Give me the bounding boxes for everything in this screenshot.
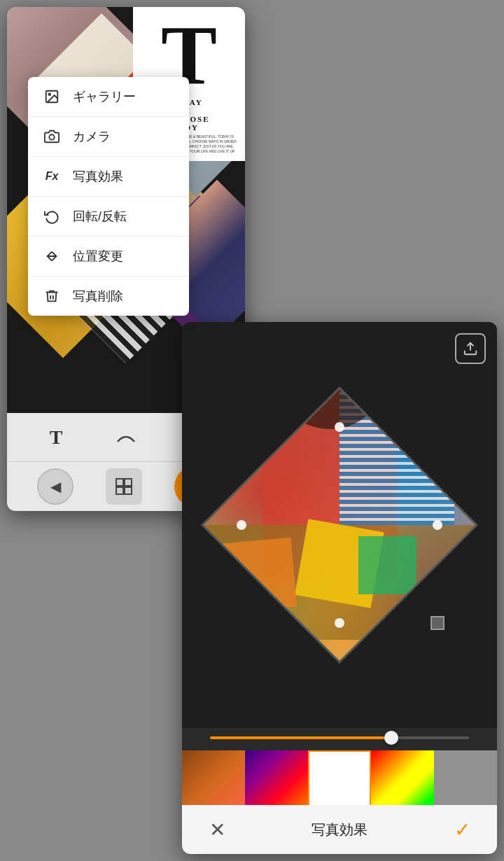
resize-handle[interactable] [430,616,444,630]
menu-label-move: 位置変更 [73,248,123,265]
filter-slider[interactable] [210,736,469,739]
menu-label-gallery: ギャラリー [73,88,136,105]
filter-thumb-bailey [182,750,245,813]
gallery-icon [42,87,62,106]
menu-label-camera: カメラ [73,128,111,145]
menu-item-move[interactable]: 位置変更 [28,237,189,276]
context-menu: ギャラリー カメラ Fx 写真効果 回転/反転 [28,77,189,316]
cancel-button[interactable]: ✕ [203,816,231,844]
bottom-canvas [182,322,497,728]
export-button[interactable] [455,333,486,364]
action-title: 写真効果 [312,820,368,839]
rotate-icon [42,206,62,226]
svg-point-2 [49,134,54,139]
action-bar: ✕ 写真効果 ✓ [182,805,497,854]
menu-item-fx[interactable]: Fx 写真効果 [28,157,189,197]
back-icon: ◀ [50,478,61,495]
text-tool-icon[interactable]: T [42,424,70,451]
menu-item-camera[interactable]: カメラ [28,117,189,157]
menu-item-gallery[interactable]: ギャラリー [28,77,189,117]
bottom-panel: Bailey X-Pro Bleach Cartoon Sketch [182,322,497,854]
move-icon [42,246,62,266]
menu-item-delete[interactable]: 写真削除 [28,276,189,316]
svg-rect-7 [125,487,132,494]
filter-slider-container [182,728,497,739]
svg-point-1 [48,93,50,95]
filter-thumb-cartoon [371,750,434,813]
confirm-button[interactable]: ✓ [448,816,476,844]
slider-thumb[interactable] [384,731,398,745]
menu-label-rotate: 回転/反転 [73,208,127,225]
confirm-icon: ✓ [454,818,470,841]
photo-frame[interactable] [201,386,478,664]
camera-icon [42,127,62,146]
svg-rect-4 [116,479,123,486]
cancel-icon: ✕ [209,818,225,841]
filter-thumb-xpro [245,750,308,813]
back-button[interactable]: ◀ [37,468,74,505]
svg-rect-5 [125,479,132,486]
filter-thumb-bleach [308,750,371,813]
menu-item-rotate[interactable]: 回転/反転 [28,197,189,237]
grid-button[interactable] [106,468,142,505]
filter-thumb-sketch [434,750,497,813]
fx-icon: Fx [42,167,62,186]
svg-rect-6 [116,487,123,494]
menu-label-fx: 写真効果 [73,168,123,185]
menu-label-delete: 写真削除 [73,288,123,304]
delete-icon [42,286,62,306]
arc-tool-icon[interactable] [112,424,140,451]
